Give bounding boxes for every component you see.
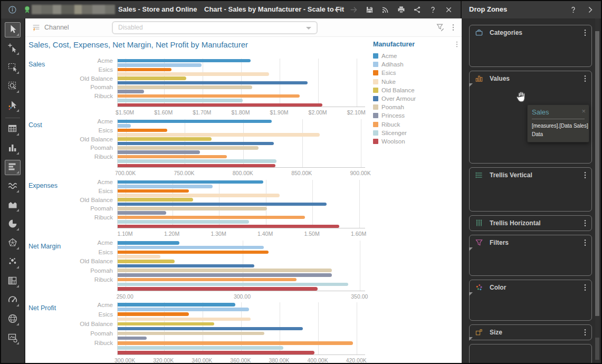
bar-esics[interactable] <box>118 129 167 132</box>
bar-ribuck[interactable] <box>118 216 305 219</box>
bar-adihash[interactable] <box>118 246 264 250</box>
bar-acme[interactable] <box>118 120 272 123</box>
tool-rect-select[interactable] <box>5 60 21 75</box>
tool-zoom-select[interactable] <box>5 79 21 94</box>
bar-princess[interactable] <box>118 90 144 93</box>
tool-treemap[interactable] <box>5 274 21 289</box>
bar-princess[interactable] <box>118 273 332 277</box>
close-icon[interactable] <box>444 5 453 14</box>
section-menu-icon[interactable] <box>581 219 589 227</box>
bar-poomah[interactable] <box>118 85 252 89</box>
bar-ribuck[interactable] <box>118 278 297 282</box>
legend-menu-icon[interactable] <box>453 40 461 49</box>
legend-item[interactable]: Slicenger <box>373 129 461 137</box>
bar-nuke[interactable] <box>118 318 251 321</box>
legend-item[interactable]: Adihash <box>373 60 461 69</box>
tool-pointer-add[interactable] <box>5 41 21 56</box>
legend-item[interactable]: Nuke <box>373 78 461 86</box>
tool-bar-chart[interactable] <box>5 160 21 175</box>
bar-esics[interactable] <box>118 312 189 316</box>
legend-item[interactable]: Acme <box>373 52 461 60</box>
bar-adihash[interactable] <box>118 63 202 67</box>
tool-smart-select[interactable] <box>5 98 21 113</box>
bar-acme[interactable] <box>118 303 235 306</box>
bar-old-balance[interactable] <box>118 260 175 263</box>
legend-item[interactable]: Poomah <box>373 103 461 111</box>
bar-esics[interactable] <box>118 189 189 193</box>
bar-adihash[interactable] <box>118 124 131 128</box>
bar-ribuck[interactable] <box>118 155 227 159</box>
bar-acme[interactable] <box>118 180 263 184</box>
bar-esics[interactable] <box>118 251 269 254</box>
filter-bar-menu-icon[interactable] <box>449 23 457 32</box>
tooltip-close-icon[interactable]: × <box>581 107 586 115</box>
bar-poomah[interactable] <box>118 332 264 336</box>
legend-item[interactable]: Over Armour <box>373 94 461 103</box>
section-menu-icon[interactable] <box>581 74 589 83</box>
tool-line-chart[interactable] <box>5 179 21 194</box>
bar-over-armour[interactable] <box>118 203 327 206</box>
bar-slicenger[interactable] <box>118 159 276 163</box>
scrollbar-step[interactable] <box>595 338 599 360</box>
bar-nuke[interactable] <box>118 255 160 258</box>
bar-old-balance[interactable] <box>118 198 193 202</box>
channel-dropdown[interactable]: Disabled <box>112 21 318 34</box>
tool-image[interactable] <box>5 331 21 346</box>
tool-table[interactable] <box>5 122 21 137</box>
bar-nuke[interactable] <box>118 72 269 76</box>
bar-poomah[interactable] <box>118 207 267 210</box>
legend-item[interactable]: Ribuck <box>373 120 461 129</box>
save-icon[interactable] <box>365 5 374 14</box>
legend-item[interactable]: Woolson <box>373 137 461 146</box>
bar-adihash[interactable] <box>118 308 249 311</box>
bar-woolson[interactable] <box>118 164 275 168</box>
feed-icon[interactable] <box>381 5 390 14</box>
bar-woolson[interactable] <box>118 287 318 291</box>
bar-over-armour[interactable] <box>118 142 274 146</box>
share-icon[interactable] <box>413 5 422 14</box>
bar-over-armour[interactable] <box>118 81 308 85</box>
legend-item[interactable]: Esics <box>373 69 461 77</box>
bar-woolson[interactable] <box>118 103 322 107</box>
bar-old-balance[interactable] <box>118 137 212 141</box>
bar-ribuck[interactable] <box>118 94 300 98</box>
bar-princess[interactable] <box>118 150 200 154</box>
bar-over-armour[interactable] <box>118 327 303 331</box>
help-icon[interactable] <box>428 5 437 14</box>
info-icon[interactable] <box>8 5 17 14</box>
bar-adihash[interactable] <box>118 185 213 188</box>
tool-column-chart[interactable] <box>5 141 21 156</box>
section-menu-icon[interactable] <box>581 28 589 37</box>
bar-old-balance[interactable] <box>118 322 214 326</box>
bar-princess[interactable] <box>118 211 166 215</box>
bar-nuke[interactable] <box>118 194 280 197</box>
tool-pointer[interactable] <box>5 22 21 37</box>
drop-zones-collapse-icon[interactable] <box>586 5 595 14</box>
bar-princess[interactable] <box>118 337 147 340</box>
section-menu-icon[interactable] <box>581 328 589 337</box>
section-menu-icon[interactable] <box>581 171 589 179</box>
bar-esics[interactable] <box>118 68 171 72</box>
bar-over-armour[interactable] <box>118 264 254 268</box>
bar-acme[interactable] <box>118 59 251 63</box>
bar-woolson[interactable] <box>118 351 314 355</box>
bar-poomah[interactable] <box>118 146 259 150</box>
bar-old-balance[interactable] <box>118 76 186 80</box>
print-icon[interactable] <box>397 5 406 14</box>
tool-pie-chart[interactable] <box>5 217 21 232</box>
bar-acme[interactable] <box>118 241 179 245</box>
tool-map[interactable] <box>5 312 21 327</box>
bar-slicenger[interactable] <box>118 283 348 286</box>
section-menu-icon[interactable] <box>581 238 589 247</box>
legend-item[interactable]: Old Balance <box>373 86 461 94</box>
legend-item[interactable]: Princess <box>373 111 461 120</box>
bar-ribuck[interactable] <box>118 341 353 345</box>
tool-scatter-chart[interactable] <box>5 255 21 270</box>
tool-area-chart[interactable] <box>5 198 21 213</box>
bar-slicenger[interactable] <box>118 346 283 350</box>
bar-poomah[interactable] <box>118 269 332 272</box>
bar-woolson[interactable] <box>118 225 339 228</box>
drop-zones-help-icon[interactable] <box>569 5 578 14</box>
section-menu-icon[interactable] <box>581 283 589 292</box>
bar-slicenger[interactable] <box>118 99 243 102</box>
